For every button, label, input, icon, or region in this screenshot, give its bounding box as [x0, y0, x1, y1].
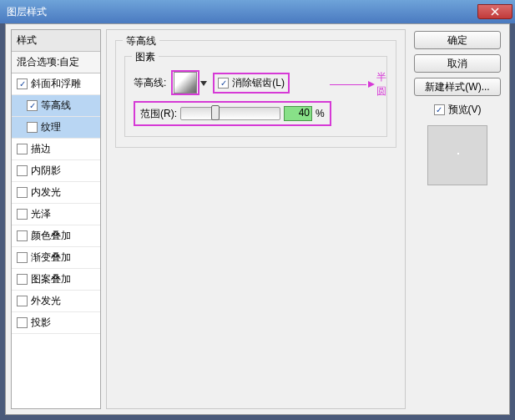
center-panel: 等高线 图素 半圆 等高线: [106, 29, 406, 409]
arrow-icon [368, 81, 375, 88]
sidebar-item-9[interactable]: 图案叠加 [12, 269, 100, 291]
preview-label: 预览(V) [448, 103, 482, 117]
sidebar-item-checkbox[interactable] [17, 209, 28, 220]
antialias-checkbox[interactable] [218, 78, 229, 89]
ok-button[interactable]: 确定 [414, 31, 501, 49]
right-panel: 确定 取消 新建样式(W)... 预览(V) [411, 29, 504, 409]
group-title: 等高线 [123, 34, 159, 48]
range-label: 范围(R): [140, 107, 177, 121]
sidebar-item-1[interactable]: 等高线 [12, 95, 100, 117]
sidebar-item-label: 颜色叠加 [31, 229, 71, 243]
range-row: 范围(R): 40 % [134, 101, 378, 126]
antialias-highlight: 消除锯齿(L) [213, 73, 290, 94]
preview-row: 预览(V) [434, 103, 482, 117]
sidebar-item-checkbox[interactable] [27, 122, 38, 133]
sidebar-item-checkbox[interactable] [27, 100, 38, 111]
inner-group-title: 图素 [132, 50, 159, 64]
sidebar-item-label: 等高线 [41, 99, 71, 113]
preview-swatch [427, 125, 487, 185]
window-title: 图层样式 [7, 5, 47, 19]
range-slider[interactable] [180, 107, 280, 120]
sidebar-item-checkbox[interactable] [17, 78, 28, 89]
close-icon [491, 8, 499, 16]
sidebar-item-7[interactable]: 颜色叠加 [12, 225, 100, 247]
sidebar-item-5[interactable]: 内发光 [12, 182, 100, 204]
sidebar-item-8[interactable]: 渐变叠加 [12, 247, 100, 269]
sidebar-item-0[interactable]: 斜面和浮雕 [12, 73, 100, 95]
chevron-down-icon [200, 81, 207, 86]
sidebar-item-label: 投影 [31, 316, 51, 330]
sidebar-item-checkbox[interactable] [17, 274, 28, 285]
styles-sidebar: 样式 混合选项:自定 斜面和浮雕等高线纹理描边内阴影内发光光泽颜色叠加渐变叠加图… [11, 29, 101, 409]
sidebar-item-label: 内发光 [31, 185, 61, 200]
sidebar-item-4[interactable]: 内阴影 [12, 160, 100, 182]
sidebar-item-checkbox[interactable] [17, 252, 28, 263]
range-highlight: 范围(R): 40 % [134, 101, 331, 126]
sidebar-item-checkbox[interactable] [17, 187, 28, 198]
sidebar-item-checkbox[interactable] [17, 317, 28, 328]
sidebar-item-label: 斜面和浮雕 [31, 77, 81, 91]
sidebar-header[interactable]: 样式 [12, 30, 100, 52]
sidebar-item-2[interactable]: 纹理 [12, 117, 100, 139]
contour-thumb-icon [174, 72, 197, 94]
new-style-button[interactable]: 新建样式(W)... [414, 78, 501, 96]
sidebar-item-10[interactable]: 外发光 [12, 291, 100, 312]
contour-picker[interactable] [171, 70, 199, 95]
sidebar-item-label: 纹理 [41, 120, 61, 134]
sidebar-item-checkbox[interactable] [17, 230, 28, 241]
range-unit: % [316, 108, 325, 119]
contour-dropdown[interactable] [199, 79, 208, 88]
sidebar-item-checkbox[interactable] [17, 144, 28, 154]
sidebar-item-label: 图案叠加 [31, 272, 71, 286]
sidebar-item-label: 内阴影 [31, 164, 61, 178]
sidebar-item-label: 渐变叠加 [31, 250, 71, 265]
slider-thumb[interactable] [211, 105, 220, 120]
elements-group: 图素 半圆 等高线: [124, 56, 387, 137]
annotation-text: 半圆 [376, 70, 393, 99]
sidebar-item-3[interactable]: 描边 [12, 139, 100, 160]
sidebar-item-checkbox[interactable] [17, 296, 28, 306]
contour-group: 等高线 图素 半圆 等高线: [115, 40, 396, 148]
contour-label: 等高线: [134, 76, 166, 90]
close-button[interactable] [477, 4, 512, 19]
sidebar-item-checkbox[interactable] [17, 165, 28, 176]
titlebar: 图层样式 [0, 0, 515, 23]
preview-checkbox[interactable] [434, 104, 445, 115]
sidebar-subheader[interactable]: 混合选项:自定 [12, 52, 100, 73]
antialias-label: 消除锯齿(L) [232, 76, 285, 90]
sidebar-item-label: 外发光 [31, 294, 61, 308]
annotation-arrow: 半圆 [330, 70, 393, 99]
dialog-body: 样式 混合选项:自定 斜面和浮雕等高线纹理描边内阴影内发光光泽颜色叠加渐变叠加图… [5, 23, 510, 415]
sidebar-item-label: 光泽 [31, 207, 51, 221]
cancel-button[interactable]: 取消 [414, 54, 501, 73]
sidebar-item-11[interactable]: 投影 [12, 312, 100, 334]
sidebar-item-label: 描边 [31, 142, 51, 156]
range-input[interactable]: 40 [284, 106, 312, 121]
sidebar-item-6[interactable]: 光泽 [12, 204, 100, 225]
